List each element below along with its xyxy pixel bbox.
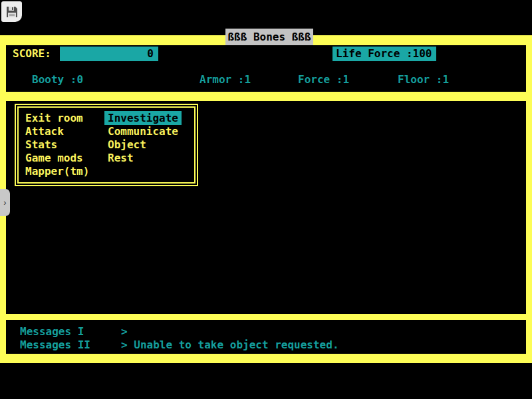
- messages-panel: Messages I> Messages II> Unable to take …: [6, 320, 526, 354]
- life-force-label: Life Force :100: [336, 47, 432, 60]
- menu-item-communicate[interactable]: Communicate: [108, 125, 182, 138]
- life-force-bar: Life Force :100: [332, 47, 436, 61]
- action-menu: Exit room Attack Stats Game mods Mapper(…: [15, 104, 198, 186]
- menu-column-1: Exit room Attack Stats Game mods Mapper(…: [25, 112, 108, 178]
- action-menu-inner: Exit room Attack Stats Game mods Mapper(…: [17, 106, 196, 184]
- stat-force: Force :1: [298, 73, 349, 86]
- score-value: 0: [147, 47, 154, 60]
- save-icon: [5, 5, 19, 19]
- messages-1-content: >: [121, 325, 128, 338]
- menu-column-2: Investigate Communicate Object Rest: [108, 112, 182, 178]
- score-bar: 0: [60, 47, 158, 61]
- messages-2-label: Messages II: [20, 339, 121, 351]
- window-title: ßßß Bones ßßß: [225, 29, 313, 45]
- save-button[interactable]: [1, 1, 22, 22]
- messages-row-2: Messages II> Unable to take object reque…: [20, 339, 339, 351]
- menu-item-mapper[interactable]: Mapper(tm): [25, 165, 108, 178]
- score-label: SCORE:: [13, 47, 51, 60]
- menu-item-object[interactable]: Object: [108, 138, 182, 152]
- menu-item-investigate[interactable]: Investigate: [108, 112, 182, 125]
- menu-item-game-mods[interactable]: Game mods: [25, 152, 108, 165]
- game-screen: ßßß Bones ßßß SCORE: 0 Life Force :100 B…: [0, 0, 532, 399]
- messages-1-label: Messages I: [20, 326, 121, 338]
- menu-item-exit-room[interactable]: Exit room: [25, 112, 108, 125]
- stat-booty: Booty :0: [32, 73, 83, 86]
- menu-item-stats[interactable]: Stats: [25, 138, 108, 152]
- chevron-right-icon: ›: [3, 198, 6, 207]
- yellow-frame: SCORE: 0 Life Force :100 Booty :0 Armor …: [0, 35, 532, 363]
- room-view-panel: Exit room Attack Stats Game mods Mapper(…: [6, 101, 526, 314]
- messages-2-content: > Unable to take object requested.: [121, 338, 339, 351]
- hud-panel: SCORE: 0 Life Force :100 Booty :0 Armor …: [6, 45, 526, 92]
- messages-row-1: Messages I>: [20, 326, 128, 338]
- stat-floor: Floor :1: [398, 73, 449, 86]
- menu-item-attack[interactable]: Attack: [25, 125, 108, 138]
- menu-item-rest[interactable]: Rest: [108, 152, 182, 165]
- stat-armor: Armor :1: [200, 73, 251, 86]
- drawer-handle[interactable]: ›: [0, 189, 10, 216]
